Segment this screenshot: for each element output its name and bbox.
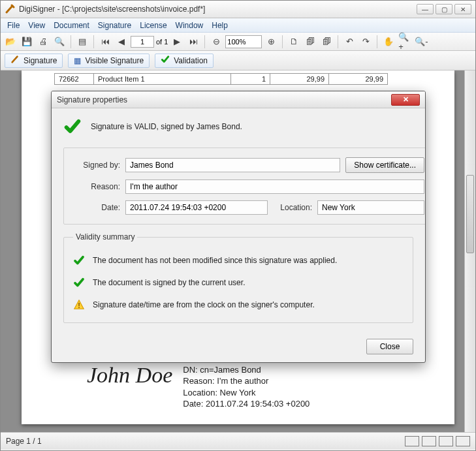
validation-button[interactable]: Validation	[155, 54, 214, 68]
invoice-table-fragment: 72662 Product Item 1 1 29,99 29,99	[54, 73, 388, 85]
reason-label: Reason:	[73, 182, 120, 191]
print-icon[interactable]: 🖨	[36, 35, 50, 49]
minimize-button[interactable]: —	[417, 4, 434, 14]
new-doc-icon[interactable]: 🗋	[287, 35, 301, 49]
signed-by-field	[125, 158, 340, 172]
signature-button-label: Signature	[24, 56, 57, 65]
stamp-icon: ▦	[74, 56, 81, 65]
check-icon	[73, 277, 85, 288]
close-window-button[interactable]: ✕	[454, 4, 471, 14]
cell-id: 72662	[55, 74, 94, 85]
date-field	[125, 200, 268, 215]
zoom-select[interactable]	[225, 35, 262, 48]
reason-field	[125, 179, 424, 194]
page-number-input[interactable]	[131, 36, 154, 48]
view-mode-buttons	[405, 436, 470, 446]
signed-by-label: Signed by:	[73, 161, 120, 170]
dialog-title: Signature properties	[57, 95, 127, 104]
signature-button[interactable]: Signature	[5, 54, 63, 68]
view-double-continuous-icon[interactable]	[456, 436, 470, 446]
signature-details-group: Signed by: Show certificate... Reason: D…	[63, 148, 426, 225]
location-field	[317, 200, 424, 215]
dialog-close-footer-button[interactable]: Close	[366, 339, 413, 354]
signature-toolbar: Signature ▦ Visible Signature Validation	[1, 51, 475, 70]
validity-summary-legend: Validity summary	[73, 232, 137, 241]
zoom-region-out-icon[interactable]: 🔍-	[414, 35, 428, 49]
menu-window[interactable]: Window	[172, 20, 208, 31]
separator	[338, 35, 338, 48]
visible-signature-button[interactable]: ▦ Visible Signature	[68, 54, 150, 68]
signature-reason: Reason: I'm the author	[183, 375, 309, 387]
zoom-out-icon[interactable]: ⊖	[209, 35, 223, 49]
separator	[282, 35, 283, 48]
open-icon[interactable]: 📂	[3, 35, 18, 49]
view-continuous-icon[interactable]	[422, 436, 436, 446]
window-title: DigiSigner - [C:\projects\site\screensho…	[19, 5, 205, 14]
table-row: 72662 Product Item 1 1 29,99 29,99	[55, 74, 388, 85]
main-toolbar: 📂 💾 🖨 🔍 ▤ ⏮ ◀ of 1 ▶ ⏭ ⊖ ⊕ 🗋 🗐 🗐 ↶ ↷ ✋ 🔍…	[1, 33, 475, 51]
first-page-icon[interactable]: ⏮	[98, 35, 112, 49]
menu-signature[interactable]: Signature	[94, 20, 135, 31]
menu-help[interactable]: Help	[208, 20, 232, 31]
signature-valid-text: Signature is VALID, signed by James Bond…	[91, 122, 242, 131]
scroll-thumb[interactable]	[466, 175, 474, 253]
prev-page-icon[interactable]: ◀	[114, 35, 129, 49]
menu-license[interactable]: License	[136, 20, 170, 31]
visible-signature-block[interactable]: John Doe DN: cn=James Bond Reason: I'm t…	[87, 364, 415, 410]
svg-text:!: !	[78, 302, 80, 309]
svg-line-1	[12, 5, 14, 7]
cell-desc: Product Item 1	[94, 74, 231, 85]
pen-icon	[10, 55, 20, 66]
page-of-label: of 1	[156, 38, 168, 46]
signature-date: Date: 2011.07.24 19:54:03 +0200	[183, 398, 309, 410]
thumbnails-icon[interactable]: ▤	[75, 35, 89, 49]
app-icon	[5, 4, 15, 14]
location-label: Location:	[273, 203, 312, 212]
rotate-left-icon[interactable]: ↶	[342, 35, 357, 49]
validity-summary-group: Validity summary The document has not be…	[63, 232, 413, 323]
visible-signature-label: Visible Signature	[85, 56, 144, 65]
valid-check-icon	[63, 117, 82, 136]
zoom-region-in-icon[interactable]: 🔍+	[398, 35, 412, 49]
status-page-label: Page 1 / 1	[6, 437, 42, 446]
menu-document[interactable]: Document	[50, 20, 93, 31]
separator	[204, 35, 205, 48]
summary-clock: Signature date/time are from the clock o…	[93, 300, 315, 309]
svg-line-0	[7, 6, 12, 12]
vertical-scrollbar[interactable]	[464, 70, 475, 432]
show-certificate-button[interactable]: Show certificate...	[345, 157, 424, 173]
view-single-icon[interactable]	[405, 436, 419, 446]
check-icon	[161, 55, 170, 66]
dialog-close-button[interactable]: ✕	[391, 94, 420, 106]
rotate-right-icon[interactable]: ↷	[358, 35, 373, 49]
paste-doc-icon[interactable]: 🗐	[319, 35, 334, 49]
cell-total: 29,99	[329, 74, 388, 85]
last-page-icon[interactable]: ⏭	[186, 35, 200, 49]
zoom-in-icon[interactable]: ⊕	[264, 35, 278, 49]
search-icon[interactable]: 🔍	[52, 35, 67, 49]
save-icon[interactable]: 💾	[20, 35, 34, 49]
next-page-icon[interactable]: ▶	[170, 35, 184, 49]
summary-current-user: The document is signed by the current us…	[93, 278, 245, 287]
menu-view[interactable]: View	[24, 20, 49, 31]
cell-price: 29,99	[270, 74, 329, 85]
date-label: Date:	[73, 203, 120, 212]
copy-doc-icon[interactable]: 🗐	[303, 35, 317, 49]
signature-dn: DN: cn=James Bond	[183, 364, 309, 376]
warning-icon: !	[73, 299, 85, 311]
menu-file[interactable]: File	[3, 20, 24, 31]
view-double-icon[interactable]	[439, 436, 453, 446]
signature-properties-dialog: Signature properties ✕ Signature is VALI…	[51, 91, 426, 363]
svg-line-2	[12, 57, 18, 63]
hand-tool-icon[interactable]: ✋	[381, 35, 396, 49]
signature-meta: DN: cn=James Bond Reason: I'm the author…	[183, 364, 309, 410]
separator	[377, 35, 377, 48]
summary-not-modified: The document has not been modified since…	[93, 256, 337, 265]
maximize-button[interactable]: ▢	[436, 4, 452, 14]
signature-location: Location: New York	[183, 387, 309, 399]
separator	[71, 35, 71, 48]
separator	[93, 35, 94, 48]
validation-label: Validation	[174, 56, 208, 65]
check-icon	[73, 255, 85, 266]
cell-qty: 1	[231, 74, 270, 85]
